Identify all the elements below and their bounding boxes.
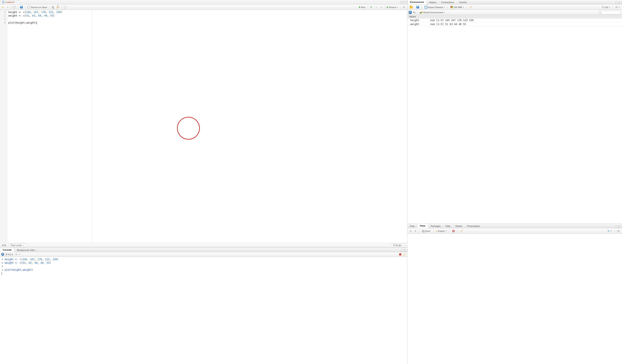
pie-icon: [450, 6, 453, 8]
refresh-icon: [615, 6, 618, 9]
environment-scope[interactable]: Global Environment▾: [420, 11, 445, 14]
rerun-button[interactable]: ↻: [369, 5, 373, 9]
tab-files[interactable]: Files: [408, 224, 417, 228]
export-button[interactable]: ⎘ Export▾: [435, 229, 448, 233]
plot-area: [408, 234, 622, 364]
zoom-button[interactable]: Zoom: [421, 229, 431, 233]
cubes-icon: [420, 11, 423, 14]
console-output[interactable]: > height <- c(145, 167, 176, 123, 150)> …: [0, 257, 407, 364]
zoom-icon: [422, 230, 424, 232]
popout-icon: [13, 6, 15, 8]
console-title: R 4.2.1 · ~/: [6, 253, 17, 256]
compile-report-button[interactable]: [63, 6, 67, 9]
clear-env-button[interactable]: 🧹: [468, 5, 473, 9]
popout-icon[interactable]: ⇱: [19, 253, 20, 256]
forward-button[interactable]: [6, 6, 9, 8]
close-icon[interactable]: ×: [35, 249, 36, 251]
save-workspace-button[interactable]: [415, 5, 420, 9]
outline-button[interactable]: [402, 5, 406, 9]
tab-console[interactable]: Console: [0, 248, 14, 252]
tab-history[interactable]: History: [427, 0, 439, 4]
tab-background-jobs[interactable]: Background Jobs ×: [14, 248, 39, 252]
env-section-header: Values: [408, 15, 622, 18]
plot-prev-button[interactable]: [409, 230, 412, 233]
list-icon: [602, 6, 604, 8]
tab-packages[interactable]: Packages: [428, 224, 443, 228]
plots-pane: Files Plots Packages Help Viewer Present…: [408, 224, 622, 364]
go-prev-section-button[interactable]: [374, 6, 378, 8]
minimize-icon[interactable]: [400, 1, 403, 3]
plot-next-button[interactable]: [414, 230, 417, 233]
view-mode-button[interactable]: List▾: [601, 5, 611, 9]
source-tab[interactable]: Untitled1* ×: [1, 0, 19, 4]
import-dataset-button[interactable]: Import Dataset▾: [424, 5, 446, 9]
close-tab-icon[interactable]: ×: [16, 1, 17, 3]
notebook-icon: [64, 6, 66, 8]
publish-button[interactable]: ↻▾: [606, 229, 613, 233]
minimize-icon[interactable]: [401, 250, 404, 252]
grid-icon: [425, 6, 427, 8]
maximize-icon[interactable]: [404, 1, 407, 3]
arrow-right-icon: [415, 230, 416, 232]
env-search-input[interactable]: [598, 11, 621, 14]
env-row[interactable]: heightnum [1:5] 145 167 176 123 150: [408, 18, 622, 22]
maximize-icon[interactable]: [404, 250, 407, 252]
source-run-icon: [387, 6, 389, 8]
save-button[interactable]: [19, 5, 24, 9]
save-icon: [20, 6, 23, 8]
source-button[interactable]: Source▾: [386, 6, 399, 9]
env-row[interactable]: weightnum [1:5] 51 63 64 40 55: [408, 22, 622, 26]
save-icon: [416, 6, 419, 8]
load-workspace-button[interactable]: [409, 6, 414, 9]
code-area[interactable]: height <- c(145, 167, 176, 123, 150)weig…: [7, 10, 407, 243]
source-pane: Untitled1* × Source on Save ▾: [0, 0, 407, 248]
tab-help[interactable]: Help: [443, 224, 453, 228]
go-next-section-button[interactable]: [379, 6, 383, 8]
maximize-icon[interactable]: [619, 2, 622, 4]
maximize-icon[interactable]: [619, 226, 622, 228]
refresh-env-button[interactable]: ▾: [614, 5, 621, 9]
back-button[interactable]: [1, 6, 4, 8]
refresh-plot-button[interactable]: [616, 229, 621, 233]
tab-viewer[interactable]: Viewer: [453, 224, 465, 228]
language-selector[interactable]: R Script ⇕: [391, 244, 406, 247]
clear-plots-button[interactable]: 🧹: [459, 229, 464, 233]
wand-icon: [57, 6, 58, 8]
chevron-down-icon: [380, 7, 382, 8]
find-button[interactable]: [51, 6, 55, 9]
tab-plots[interactable]: Plots: [417, 224, 428, 228]
show-in-new-window-button[interactable]: [12, 6, 16, 9]
arrow-left-icon: [2, 6, 3, 8]
memory-usage-button[interactable]: 195 MiB▾: [449, 5, 465, 9]
minimize-icon[interactable]: [616, 2, 619, 4]
source-window-controls: [400, 1, 407, 3]
tab-connections[interactable]: Connections: [439, 0, 456, 4]
language-scope[interactable]: R▾: [413, 11, 416, 14]
publish-icon: ↻: [607, 229, 610, 233]
rerun-icon: ↻: [370, 6, 372, 8]
rscript-doc-icon: [2, 1, 4, 3]
refresh-icon: [617, 229, 620, 233]
arrow-left-icon: [410, 230, 411, 232]
environment-pane: Environment History Connections Tutorial…: [408, 0, 622, 224]
r-scope-icon: R: [409, 11, 412, 14]
clear-console-button[interactable]: 🧹: [403, 253, 406, 256]
folder-open-icon: [410, 6, 413, 8]
tab-environment[interactable]: Environment: [408, 0, 427, 4]
source-tab-title: Untitled1*: [5, 1, 15, 3]
interrupt-button[interactable]: [399, 253, 402, 256]
chevron-up-icon: [375, 7, 377, 8]
scope-selector[interactable]: (Top Level) ⇕: [8, 244, 26, 247]
remove-plot-button[interactable]: ✖: [451, 229, 456, 233]
outline-icon: [403, 6, 405, 8]
run-button[interactable]: Run: [358, 6, 367, 9]
tab-tutorial[interactable]: Tutorial: [456, 0, 469, 4]
code-tools-button[interactable]: ▾: [56, 6, 60, 9]
minimize-icon[interactable]: [616, 226, 619, 228]
tab-presentation[interactable]: Presentation: [465, 224, 483, 228]
code-editor[interactable]: 1234 height <- c(145, 167, 176, 123, 150…: [0, 10, 407, 243]
line-gutter: 1234: [0, 10, 7, 243]
source-on-save-checkbox[interactable]: Source on Save: [26, 6, 48, 9]
delete-icon: ✖: [452, 230, 455, 232]
run-icon: [359, 6, 361, 8]
